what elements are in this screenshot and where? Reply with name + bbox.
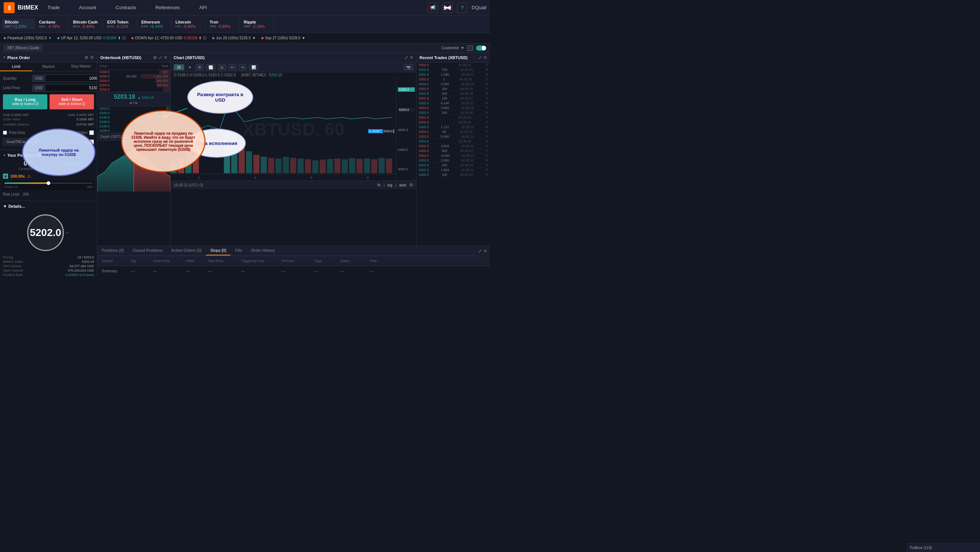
orderbook-expand-icon[interactable]: ⤢ [159, 55, 162, 60]
chart-indicators-button[interactable]: 📈 [206, 64, 215, 70]
tab-order-history[interactable]: Order History [247, 246, 279, 255]
ticker-ethereum[interactable]: Ethereum ETH +6.44% [138, 19, 172, 29]
trade-row-6[interactable]: 5202.5 200 16:35:18 B [417, 91, 490, 96]
nav-contracts[interactable]: Contracts [114, 5, 138, 10]
logo[interactable]: ₿ BitMEX [4, 2, 38, 13]
grid-icon[interactable]: ⊞ [85, 55, 88, 60]
sell-short-button[interactable]: Sell / Short 1000 @ 5150.0 ⓘ [49, 94, 94, 109]
language-icon[interactable] [442, 3, 453, 13]
trade-row-15[interactable]: 5202.0 5,000 16:35:13 S [417, 134, 490, 139]
svg-rect-29 [268, 158, 274, 173]
trade-row-11[interactable]: 5202.0 16:35:16 S [417, 115, 490, 120]
trade-row-17[interactable]: 5202.0 3,818 16:35:13 S [417, 144, 490, 149]
ticker-bitcoin[interactable]: Bitcoin XBT +1.33% [2, 19, 35, 29]
trade-row-10[interactable]: 5202.5 200 16:35:16 B [417, 110, 490, 115]
limit-price-input[interactable] [45, 84, 97, 91]
hidden-checkbox[interactable] [89, 130, 94, 135]
trade-row-0[interactable]: 5202.0 16:35:21 S [417, 63, 490, 68]
trade-row-5[interactable]: 5202.5 100 16:35:18 S [417, 87, 490, 91]
trade-row-21[interactable]: 5202.0 200 16:35:12 B [417, 163, 490, 168]
chart-bottom-settings-icon[interactable]: ⚙ [409, 182, 413, 188]
order-panel-collapse[interactable]: ▼ [3, 56, 6, 59]
tab-fills[interactable]: Fills [231, 246, 247, 255]
chart-area: XBTUSD, 60 5298.0 5203.0 4800.0 4400.0 4… [171, 78, 416, 181]
chart-camera-button[interactable]: 📷 [404, 64, 413, 70]
trade-row-8[interactable]: 5202.5 6,140 16:35:17 B [417, 101, 490, 106]
chart-type-button[interactable]: 📊 [249, 64, 258, 70]
tab-stop-market[interactable]: Stop Market [65, 62, 97, 71]
chart-back-button[interactable]: ↩ [228, 64, 236, 70]
details-toggle[interactable]: ▼ Details... [3, 204, 94, 208]
orderbook-close-icon[interactable]: ✕ [164, 55, 167, 60]
trade-row-13[interactable]: 5202.5 1,127 16:35:15 B [417, 125, 490, 130]
risk-row: Risk Limit: 200 [3, 192, 94, 196]
trade-row-12[interactable]: 5202.0 16:35:16 S [417, 120, 490, 125]
trade-row-9[interactable]: 5202.0 3,860 16:35:16 S [417, 106, 490, 110]
toggle-switch[interactable] [476, 46, 486, 51]
buy-long-button[interactable]: Buy / Long 1000 @ 5150.0 ⓘ [3, 94, 47, 109]
post-only-checkbox[interactable] [3, 130, 7, 135]
trade-row-23[interactable]: 5202.5 100 16:35:10 B [417, 172, 490, 177]
chart-settings-button[interactable]: ⚙ [195, 64, 204, 70]
trade-row-20[interactable]: 5202.5 2,000 16:35:12 B [417, 158, 490, 163]
recent-trades-expand-icon[interactable]: ⤢ [478, 55, 482, 60]
ask-row[interactable]: 5206.5 927 [97, 70, 170, 74]
user-account[interactable]: DQuail [472, 5, 486, 10]
trade-row-18[interactable]: 5202.0 500 16:35:12 S [417, 149, 490, 153]
ticker-ripple[interactable]: Ripple XRP -2.29% [241, 19, 274, 29]
ticker-eos[interactable]: EOS Token EOS -0.21% [104, 19, 137, 29]
tab-stops[interactable]: Stops [0] [206, 246, 231, 255]
annotation-bubble-3: Лимитный ордер на покупку по 5150$ [22, 129, 95, 176]
orderbook-title: Orderbook (XBTUSD) [100, 56, 153, 60]
customise-button[interactable]: Customise ▼ ◻ [442, 46, 486, 51]
settings-icon[interactable]: ⚙ [90, 55, 94, 60]
trade-row-19[interactable]: 5202.0 -4,000 16:35:12 S [417, 153, 490, 158]
leverage-thumb[interactable] [47, 181, 50, 185]
chart-close-icon[interactable]: ✕ [410, 55, 413, 60]
trade-row-3[interactable]: 5202.5 1 16:35:19 S [417, 77, 490, 82]
chart-forward-button[interactable]: ↪ [239, 64, 247, 70]
info-jun[interactable]: Jun 28 (100x) 5226.5 ▼ [212, 36, 255, 40]
quantity-input[interactable] [45, 75, 97, 82]
tab-active-orders[interactable]: Active Orders [0] [167, 246, 206, 255]
tab-positions[interactable]: Positions [0] [97, 246, 128, 255]
announcement-icon[interactable]: 📢 [428, 3, 438, 13]
timeframe-1h-button[interactable]: 1h [173, 64, 184, 70]
nav-references[interactable]: References [154, 5, 182, 10]
ticker-cardano[interactable]: Cardano ADA -4.78% [36, 19, 69, 29]
trade-row-7[interactable]: 5202.0 100 16:35:17 S [417, 96, 490, 101]
ticker-name-cardano: Cardano [39, 20, 66, 24]
info-perpetual[interactable]: Perpetual (100x) 5202.0 ▼ [4, 36, 52, 40]
chart-expand-icon[interactable]: ⤢ [404, 55, 408, 60]
trade-row-1[interactable]: 5202.0 700 16:35:21 B [417, 68, 490, 72]
guide-tag[interactable]: XBT (Bitcoin) Guide [4, 45, 43, 51]
bottom-expand-icon[interactable]: ⤢ [478, 248, 482, 254]
trade-row-16[interactable]: 5202.5 16:35:13 B [417, 139, 490, 144]
ticker-bcash[interactable]: Bitcoin Cash BCH -5.49% [70, 19, 103, 29]
tab-closed-positions[interactable]: Closed Positions [128, 246, 167, 255]
ticker-litecoin[interactable]: Litecoin LTC -5.80% [172, 19, 205, 29]
nav-account[interactable]: Account [77, 5, 98, 10]
info-down-apr[interactable]: DOWN Apr 12, 4750.00 USD 0.00158 ⬆ ⓘ [131, 36, 207, 41]
ask-row[interactable]: 5204.0 368,491 [97, 83, 170, 87]
ask-row[interactable]: 5205.0 86,668 1,481,284 [97, 74, 170, 78]
info-up-apr[interactable]: UP Apr 12, 5250.00 USD 0.00300 ⬆ ⓘ [57, 36, 126, 41]
trade-row-4[interactable]: 5202.0 2,000 16:35:19 B [417, 82, 490, 87]
trade-row-2[interactable]: 5202.5 1,380 16:35:21 B [417, 72, 490, 77]
chart-compare-button[interactable]: ⚖ [218, 64, 226, 70]
orderbook-settings-icon[interactable]: ⚙ [153, 55, 157, 60]
bottom-close-icon[interactable]: ✕ [484, 248, 487, 254]
tab-market[interactable]: Market [32, 62, 65, 71]
recent-trades-close-icon[interactable]: ✕ [484, 55, 487, 60]
tab-limit[interactable]: Limit [0, 62, 32, 71]
nav-api[interactable]: API [197, 5, 209, 10]
nav-trade[interactable]: Trade [46, 5, 61, 10]
ask-row[interactable]: 5203.5 [97, 87, 170, 92]
help-icon[interactable]: ? [457, 3, 467, 13]
trade-row-14[interactable]: 5202.0 55 16:35:13 S [417, 130, 490, 134]
info-sep[interactable]: Sep 27 (100x) 5228.0 ▼ [261, 36, 305, 40]
trade-row-22[interactable]: 5202.5 1,654 16:35:11 B [417, 168, 490, 172]
ticker-tron[interactable]: Tron TRX -0.89% [207, 19, 240, 29]
ask-row[interactable]: 5204.5 394,616 [97, 78, 170, 83]
position-collapse[interactable]: ▼ [3, 154, 6, 157]
